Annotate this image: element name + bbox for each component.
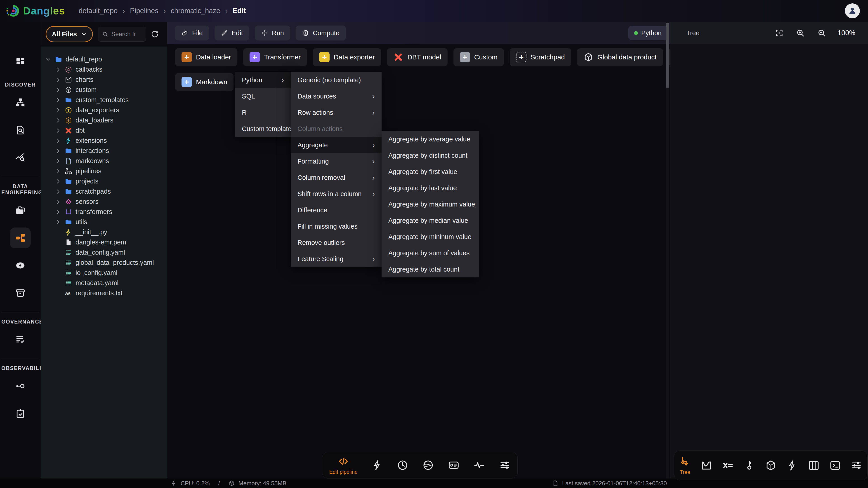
- menu-item-aggregate-by-sum-of-values[interactable]: Aggregate by sum of values: [381, 245, 479, 261]
- chevron-right-icon[interactable]: [55, 107, 61, 113]
- menu-item-aggregate-by-first-value[interactable]: Aggregate by first value: [381, 164, 479, 180]
- tree-item-custom-templates[interactable]: custom_templates: [41, 95, 167, 105]
- refresh-icon[interactable]: [150, 30, 159, 39]
- chevron-down-icon[interactable]: [45, 56, 52, 63]
- tree-item-dangles-emr-pem[interactable]: dangles-emr.pem: [41, 237, 167, 248]
- chevron-right-icon[interactable]: [55, 188, 61, 195]
- menu-item-aggregate-by-mininum-value[interactable]: Aggregate by mininum value: [381, 229, 479, 245]
- global-products-button[interactable]: [422, 459, 434, 471]
- menu-item-shift-rows-in-a-column[interactable]: Shift rows in a column›: [291, 186, 381, 202]
- triggers-button[interactable]: [371, 459, 383, 471]
- chevron-right-icon[interactable]: [55, 158, 61, 164]
- sidebar-item-chart-search[interactable]: [0, 144, 41, 171]
- menu-item-generic-no-template[interactable]: Generic (no template): [291, 72, 381, 88]
- tree-item-init-py[interactable]: __init__.py: [41, 227, 167, 237]
- add-block-data-loader[interactable]: +Data loader: [175, 48, 237, 66]
- chevron-right-icon[interactable]: [55, 127, 61, 134]
- user-avatar[interactable]: [845, 3, 860, 18]
- run-button[interactable]: Run: [255, 26, 290, 40]
- zoom-out-icon[interactable]: [817, 28, 827, 38]
- menu-item-aggregate-by-total-count[interactable]: Aggregate by total count: [381, 261, 479, 278]
- tree-item-global-data-products-yaml[interactable]: global_data_products.yaml: [41, 258, 167, 268]
- breadcrumb-item-pipelines[interactable]: Pipelines: [130, 7, 158, 15]
- language-badge[interactable]: Python: [628, 26, 668, 40]
- block-runs-button[interactable]: [786, 459, 798, 471]
- sidebar-item-files[interactable]: [0, 197, 41, 224]
- schedules-button[interactable]: [397, 459, 408, 471]
- tree-item-markdowns[interactable]: markdowns: [41, 156, 167, 166]
- sidebar-item-checklist[interactable]: [0, 400, 41, 427]
- menu-item-aggregate[interactable]: Aggregate›: [291, 137, 381, 153]
- tree-item-metadata-yaml[interactable]: metadata.yaml: [41, 278, 167, 288]
- menu-item-difference[interactable]: Difference: [291, 202, 381, 218]
- sidebar-item-connections[interactable]: [0, 372, 41, 400]
- chevron-right-icon[interactable]: [55, 87, 61, 93]
- chevron-right-icon[interactable]: [55, 198, 61, 205]
- menu-item-feature-scaling[interactable]: Feature Scaling›: [291, 251, 381, 267]
- add-block-custom[interactable]: +Custom: [454, 48, 504, 66]
- chevron-right-icon[interactable]: [55, 208, 61, 215]
- menu-item-aggregate-by-distinct-count[interactable]: Aggregate by distinct count: [381, 147, 479, 164]
- table-button[interactable]: [808, 459, 819, 471]
- tree-item-callbacks[interactable]: callbacks: [41, 64, 167, 74]
- charts-button[interactable]: [701, 459, 712, 471]
- scrollbar-thumb[interactable]: [666, 23, 669, 88]
- sidebar-item-pipelines[interactable]: [0, 224, 41, 252]
- menu-item-aggregate-by-maximum-value[interactable]: Aggregate by maximum value: [381, 196, 479, 213]
- tree-view-button[interactable]: Tree: [679, 456, 691, 475]
- tree-item-data-exporters[interactable]: data_exporters: [41, 105, 167, 115]
- monitor-button[interactable]: [473, 459, 485, 471]
- tree-item-io-config-yaml[interactable]: io_config.yaml: [41, 268, 167, 278]
- logs-button[interactable]: [448, 459, 460, 471]
- file-search-input[interactable]: [111, 31, 141, 38]
- chevron-right-icon[interactable]: [55, 117, 61, 124]
- menu-item-r[interactable]: R: [235, 104, 291, 121]
- tree-item-scratchpads[interactable]: scratchpads: [41, 186, 167, 197]
- tree-item-dbt[interactable]: dbt: [41, 125, 167, 135]
- sidebar-item-hierarchy[interactable]: [0, 89, 41, 116]
- breadcrumb-item-default-repo[interactable]: default_repo: [79, 7, 118, 15]
- fit-to-screen-icon[interactable]: [774, 28, 784, 38]
- tree-item-data-loaders[interactable]: data_loaders: [41, 115, 167, 125]
- tree-item-projects[interactable]: projects: [41, 176, 167, 186]
- chevron-right-icon[interactable]: [55, 178, 61, 185]
- tree-item-interactions[interactable]: interactions: [41, 146, 167, 156]
- chevron-right-icon[interactable]: [55, 137, 61, 144]
- menu-item-remove-outliers[interactable]: Remove outliers: [291, 234, 381, 251]
- add-block-dbt-model[interactable]: DBT model: [387, 48, 447, 66]
- pipeline-settings-button[interactable]: [499, 459, 510, 471]
- file-button[interactable]: File: [175, 26, 209, 40]
- add-block-scratchpad[interactable]: +Scratchpad: [510, 48, 571, 66]
- menu-item-custom-template[interactable]: Custom template: [235, 121, 291, 137]
- tree-item-transformers[interactable]: transformers: [41, 207, 167, 217]
- file-filter-dropdown[interactable]: All Files: [46, 26, 93, 42]
- breadcrumb-item-chromatic-haze[interactable]: chromatic_haze: [170, 7, 220, 15]
- tree-item-extensions[interactable]: extensions: [41, 135, 167, 146]
- terminal-button[interactable]: [829, 459, 841, 471]
- sidebar-item-triggers[interactable]: [0, 252, 41, 279]
- add-block-global-data-product[interactable]: Global data product: [577, 48, 663, 66]
- breadcrumb-item-edit[interactable]: Edit: [232, 7, 246, 15]
- menu-item-row-actions[interactable]: Row actions›: [291, 104, 381, 121]
- file-search-box[interactable]: [98, 27, 146, 41]
- compute-button[interactable]: Compute: [296, 26, 346, 40]
- chevron-right-icon[interactable]: [55, 219, 61, 225]
- tree-item-custom[interactable]: custom: [41, 85, 167, 95]
- add-block-data-exporter[interactable]: +Data exporter: [313, 48, 381, 66]
- sidebar-item-archive[interactable]: [0, 279, 41, 307]
- sidebar-item-dashboard[interactable]: [0, 48, 41, 75]
- menu-item-aggregate-by-median-value[interactable]: Aggregate by median value: [381, 213, 479, 229]
- menu-item-fill-in-missing-values[interactable]: Fill in missing values: [291, 218, 381, 234]
- tree-item-pipelines[interactable]: pipelines: [41, 166, 167, 176]
- tree-item-requirements-txt[interactable]: Aarequirements.txt: [41, 288, 167, 298]
- tree-item-charts[interactable]: charts: [41, 74, 167, 85]
- tree-item-default-repo[interactable]: default_repo: [41, 54, 167, 64]
- chevron-right-icon[interactable]: [55, 66, 61, 73]
- menu-item-formatting[interactable]: Formatting›: [291, 153, 381, 169]
- menu-item-aggregate-by-last-value[interactable]: Aggregate by last value: [381, 180, 479, 196]
- zoom-in-icon[interactable]: [796, 28, 805, 38]
- add-block-transformer[interactable]: +Transformer: [243, 48, 307, 66]
- vertical-scrollbar[interactable]: [666, 22, 669, 488]
- tree-item-data-config-yaml[interactable]: data_config.yaml: [41, 248, 167, 258]
- chevron-right-icon[interactable]: [55, 76, 61, 83]
